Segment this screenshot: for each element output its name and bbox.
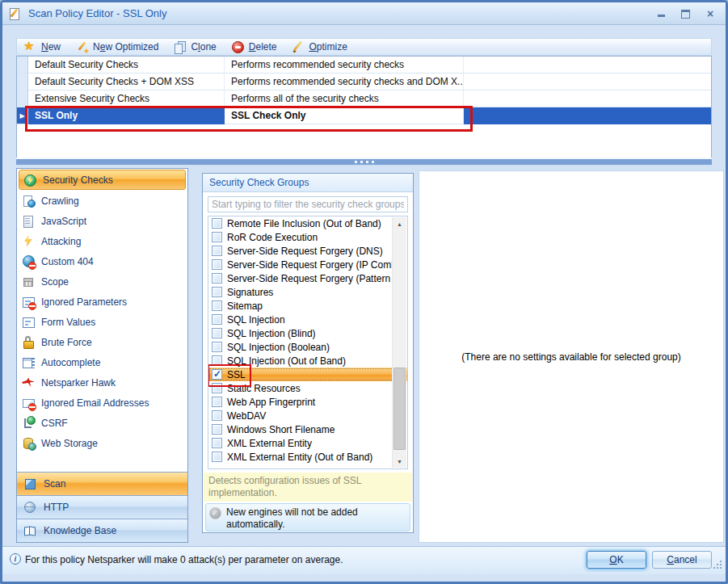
sidebar-item-scope[interactable]: Scope [18,271,187,292]
policy-empty-cell [464,74,711,90]
sidebar-item-attacking[interactable]: Attacking [18,231,187,251]
check-group-row-ror-code-execution[interactable]: RoR Code Execution [208,230,407,244]
sidebar-section-scan[interactable]: Scan [17,472,187,495]
policy-row-ssl-only[interactable]: ▶SSL OnlySSL Check Only [17,107,711,124]
check-group-label: Windows Short Filename [227,424,335,435]
check-group-row-webdav[interactable]: WebDAV [208,409,407,422]
check-group-row-windows-short-filename[interactable]: Windows Short Filename [208,422,407,436]
sidebar-item-autocomplete[interactable]: Autocomplete [18,352,187,372]
sidebar-item-label: Netsparker Hawk [41,377,116,389]
maximize-button[interactable] [680,9,692,19]
check-group-row-sitemap[interactable]: Sitemap [208,299,407,313]
wand-star-icon [75,40,89,53]
policy-name-cell: Default Security Checks [28,57,225,74]
cancel-button[interactable]: Cancel [652,551,712,569]
check-group-row-sql-injection[interactable]: SQL Injection [208,313,407,326]
toolbar-button-delete[interactable]: Delete [231,40,277,53]
status-message: For this policy Netsparker will make 0 a… [25,554,343,565]
sidebar-item-csrf[interactable]: CSRF [18,413,187,433]
check-group-row-xml-external-entity-out-of-band[interactable]: XML External Entity (Out of Band) [208,450,407,464]
toolbar-button-new[interactable]: New [23,40,61,53]
sidebar-item-label: Scope [41,276,69,288]
toolbar-button-label: New [41,41,61,53]
sidebar-item-brute-force[interactable]: Brute Force [18,332,187,352]
check-group-row-remote-file-inclusion-out-of-band[interactable]: Remote File Inclusion (Out of Band) [208,216,407,230]
sidebar-section-knowledge-base[interactable]: Knowledge Base [17,519,187,542]
checkbox[interactable] [212,438,222,448]
checkbox[interactable] [212,314,222,325]
sidebar-item-label: Ignored Parameters [41,296,127,308]
policy-description-cell: Performs recommended security checks and… [225,74,464,90]
ok-button[interactable]: OK [587,551,646,569]
toolbar-button-clone[interactable]: Clone [173,40,216,53]
checkbox[interactable] [212,232,222,242]
check-group-row-web-app-fingerprint[interactable]: Web App Fingerprint [208,395,407,409]
sidebar-item-label: Autocomplete [41,357,100,368]
minimize-button[interactable] [656,9,667,19]
check-group-label: RoR Code Execution [227,232,318,243]
check-group-row-ssl[interactable]: SSL [208,368,407,381]
scrollbar-thumb[interactable] [393,368,406,450]
checkbox[interactable] [212,300,222,311]
checkbox[interactable] [212,246,222,256]
check-group-row-sql-injection-boolean[interactable]: SQL Injection (Boolean) [208,340,407,354]
check-group-rows: Remote File Inclusion (Out of Band)RoR C… [208,216,407,464]
check-group-row-sql-injection-blind[interactable]: SQL Injection (Blind) [208,326,407,340]
sidebar-item-label: Attacking [41,236,81,247]
vertical-scrollbar[interactable]: ▲ ▼ [392,217,406,468]
sidebar-section-http[interactable]: HTTP [17,495,187,519]
checkbox[interactable] [212,259,222,270]
check-group-label: Remote File Inclusion (Out of Band) [227,218,381,229]
filter-input[interactable] [208,196,408,212]
checkbox[interactable] [212,452,222,462]
checkbox[interactable] [212,342,222,352]
info-icon [10,553,21,565]
status-bar: For this policy Netsparker will make 0 a… [2,546,726,574]
checkbox[interactable] [212,287,222,297]
sidebar-item-ignored-email-addresses[interactable]: Ignored Email Addresses [18,393,187,413]
check-group-row-static-resources[interactable]: Static Resources [208,381,407,395]
group-description: Detects configuration issues of SSL impl… [204,473,412,502]
check-group-label: SQL Injection (Blind) [227,328,316,339]
toolbar-button-label: Delete [249,41,277,53]
policy-row-default-security-checks[interactable]: Default Security ChecksPerforms recommen… [17,57,711,74]
sidebar-item-form-values[interactable]: Form Values [18,312,187,332]
sidebar-item-netsparker-hawk[interactable]: Netsparker Hawk [18,372,187,393]
toolbar-button-optimize[interactable]: Optimize [291,40,347,53]
sidebar-item-crawling[interactable]: Crawling [18,191,187,211]
check-group-row-server-side-request-forgery-pattern-b[interactable]: Server-Side Request Forgery (Pattern B [208,271,407,285]
sidebar-item-custom-404[interactable]: Custom 404 [18,251,187,271]
scroll-down-button[interactable]: ▼ [393,455,406,468]
checkbox[interactable] [212,273,222,284]
check-group-row-xml-external-entity[interactable]: XML External Entity [208,436,407,450]
edit-document-icon [9,7,22,20]
check-group-row-signatures[interactable]: Signatures [208,285,407,299]
sidebar-item-javascript[interactable]: JavaScript [18,211,187,231]
horizontal-splitter[interactable] [16,158,712,166]
policy-row-extensive-security-checks[interactable]: Extensive Security ChecksPerforms all of… [17,90,711,107]
checkbox[interactable] [212,218,222,229]
check-group-row-server-side-request-forgery-dns[interactable]: Server-Side Request Forgery (DNS) [208,244,407,258]
checkbox[interactable] [212,355,222,366]
sidebar-item-web-storage[interactable]: Web Storage [18,433,187,453]
sidebar-item-label: Security Checks [43,174,113,186]
checkbox[interactable] [212,397,222,407]
scroll-up-button[interactable]: ▲ [393,217,406,230]
resize-grip[interactable] [712,559,722,569]
checkbox[interactable] [212,410,222,421]
policy-table: Default Security ChecksPerforms recommen… [16,56,712,158]
sidebar-item-security-checks[interactable]: Security Checks [19,170,186,190]
toolbar-button-label: New Optimized [93,41,158,53]
checkbox-checked[interactable] [212,369,222,380]
title-bar: Scan Policy Editor - SSL Only × [2,2,726,25]
toolbar-button-new-optimized[interactable]: New Optimized [75,40,158,53]
sidebar-item-ignored-parameters[interactable]: Ignored Parameters [18,292,187,312]
checkbox[interactable] [212,424,222,435]
check-group-row-sql-injection-out-of-band[interactable]: SQL Injection (Out of Band) [208,354,407,368]
check-group-row-server-side-request-forgery-ip-combi[interactable]: Server-Side Request Forgery (IP Combi [208,258,407,271]
checkbox[interactable] [212,383,222,393]
policy-row-default-security-checks-dom-xss[interactable]: Default Security Checks + DOM XSSPerform… [17,74,711,90]
close-button[interactable]: × [705,9,716,19]
copy-icon [173,40,187,53]
checkbox[interactable] [212,328,222,338]
